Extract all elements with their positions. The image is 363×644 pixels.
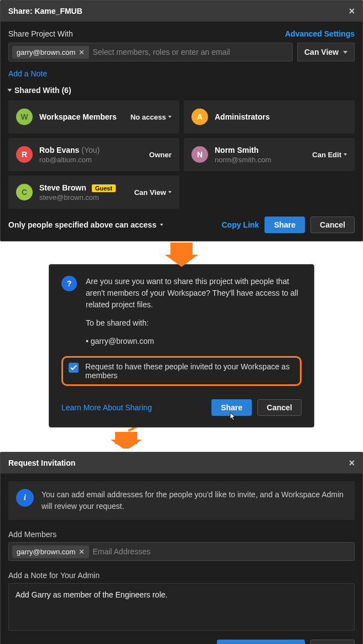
cursor-icon [228,411,237,423]
share-card-name: Rob Evans (You) [39,146,143,154]
avatar: N [191,146,208,163]
add-members-label: Add Members [8,530,355,539]
confirm-share-dialog: ? Are you sure you want to share this pr… [49,264,314,427]
share-card: R Rob Evans (You) rob@altium.com Owner [8,138,179,171]
add-members-placeholder: Email Addresses [92,547,351,556]
share-bullet-item: • garry@brown.com [86,336,302,347]
guest-badge: Guest [92,184,116,192]
share-dialog-titlebar: Share: Kame_FMUB × [1,1,362,22]
chevron-down-icon [168,191,172,193]
share-dialog: Share: Kame_FMUB × Share Project With Ad… [0,0,363,241]
shared-with-toggle[interactable]: Shared With (6) [8,86,355,95]
email-token-text: garry@brown.com [17,48,75,56]
share-card-name: Steve Brown Guest [39,183,127,192]
chevron-down-icon [344,153,347,156]
role-dropdown[interactable]: Can Edit [312,151,347,159]
share-recipients-input[interactable]: garry@brown.com ✕ Select members, roles … [8,43,293,61]
admin-note-textarea[interactable]: Add Garry as member of the Engineers rol… [8,583,355,631]
chevron-down-icon [8,89,12,92]
avatar: W [16,109,33,125]
cancel-button[interactable]: Cancel [310,217,355,233]
to-be-shared-label: To be shared with: [86,317,302,329]
share-dialog-title: Share: Kame_FMUB [8,7,82,16]
role-dropdown[interactable]: No access [131,113,172,121]
email-token-text: garry@brown.com [17,548,75,556]
share-card: A Administrators [184,100,355,133]
info-icon: i [16,489,34,507]
chevron-down-icon [343,51,348,54]
admin-note-label: Add a Note for Your Admin [8,571,355,580]
access-scope-label: Only people specified above can access [8,220,157,229]
access-scope-dropdown[interactable]: Only people specified above can access [8,220,163,229]
invite-checkbox[interactable] [69,363,79,373]
request-invitation-dialog: Request Invitation × i You can add email… [0,452,363,644]
remove-token-icon[interactable]: ✕ [79,548,85,555]
close-icon[interactable]: × [349,6,355,16]
share-card-name: Administrators [215,112,347,121]
request-invitation-button[interactable]: Request Invitation [217,640,305,644]
confirm-message: Are you sure you want to share this proj… [86,276,302,311]
request-dialog-titlebar: Request Invitation × [1,452,362,473]
avatar: R [16,146,33,163]
info-text: You can add email addresses for the peop… [42,489,347,512]
annotation-arrow [0,243,363,269]
invite-checkbox-label: Request to have these people invited to … [85,362,294,380]
add-note-link[interactable]: Add a Note [8,69,47,78]
avatar: A [191,109,208,125]
permission-dropdown[interactable]: Can View [297,43,355,61]
invite-checkbox-highlight: Request to have these people invited to … [61,356,302,386]
advanced-settings-link[interactable]: Advanced Settings [285,29,355,38]
info-box: i You can add email addresses for the pe… [8,481,355,520]
chevron-down-icon [160,224,163,226]
email-token: garry@brown.com ✕ [12,545,89,558]
shared-with-list: W Workspace Members No access A Administ… [8,100,355,209]
email-token: garry@brown.com ✕ [12,46,89,59]
share-card-sub: steve@brown.com [39,193,127,202]
close-icon[interactable]: × [349,458,355,468]
share-with-label: Share Project With [8,29,73,38]
role-dropdown: Owner [149,151,172,159]
copy-link[interactable]: Copy Link [221,220,259,229]
remove-token-icon[interactable]: ✕ [79,49,85,56]
confirm-cancel-button[interactable]: Cancel [257,399,302,416]
avatar: C [16,184,33,200]
learn-more-link[interactable]: Learn More About Sharing [61,403,152,412]
share-card-name: Workspace Members [39,112,124,121]
share-card-name: Norm Smith [215,146,305,154]
shared-with-label: Shared With (6) [14,86,71,95]
share-card: W Workspace Members No access [8,100,179,133]
recipients-placeholder: Select members, roles or enter an email [92,48,289,56]
share-card: C Steve Brown Guest steve@brown.com Can … [8,176,179,209]
question-icon: ? [61,276,77,291]
svg-rect-0 [170,243,193,255]
cancel-button[interactable]: Cancel [310,640,355,644]
request-dialog-title: Request Invitation [8,458,75,467]
share-button[interactable]: Share [265,217,305,233]
share-card: N Norm Smith norm@smith.com Can Edit [184,138,355,171]
share-card-sub: rob@altium.com [39,156,143,164]
svg-marker-1 [165,255,198,267]
chevron-down-icon [168,116,172,118]
permission-dropdown-label: Can View [304,48,339,56]
annotation-arrow [49,424,314,446]
share-card-sub: norm@smith.com [215,156,305,164]
add-members-input[interactable]: garry@brown.com ✕ Email Addresses [8,542,355,561]
role-dropdown[interactable]: Can View [134,188,172,197]
